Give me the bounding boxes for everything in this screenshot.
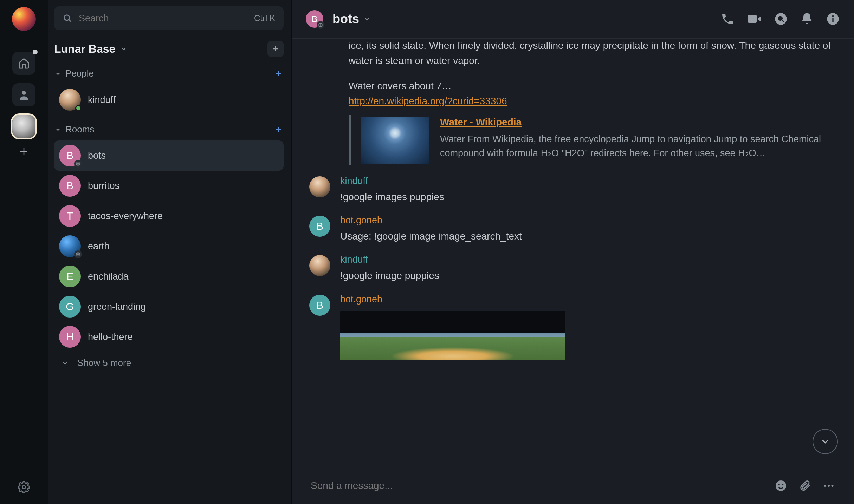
link-preview-image[interactable] <box>361 117 429 164</box>
room-title[interactable]: bots <box>332 12 370 26</box>
room-title-label: bots <box>332 12 359 26</box>
space-name-label: Lunar Base <box>54 42 115 55</box>
svg-point-2 <box>64 15 70 20</box>
message-body: !google images puppies <box>340 189 836 204</box>
plus-icon <box>19 146 29 157</box>
avatar <box>59 89 81 111</box>
message-sender[interactable]: kinduff <box>340 254 836 265</box>
add-person-button[interactable] <box>274 70 283 78</box>
dm-item-kinduff[interactable]: kinduff <box>54 85 284 115</box>
attach-button[interactable] <box>798 479 811 492</box>
room-item[interactable]: earth <box>54 231 284 261</box>
image-attachment[interactable] <box>340 311 565 360</box>
scroll-to-bottom-button[interactable] <box>813 429 838 454</box>
person-icon <box>18 89 30 101</box>
room-name-label: bots <box>88 150 106 161</box>
message-avatar[interactable] <box>309 176 330 197</box>
video-call-button[interactable] <box>746 11 762 27</box>
chevron-down-icon <box>55 71 61 77</box>
svg-point-14 <box>782 484 783 485</box>
room-item[interactable]: Eenchilada <box>54 261 284 292</box>
more-icon <box>822 479 835 492</box>
rooms-label: Rooms <box>65 124 94 135</box>
message-sender[interactable]: bot.goneb <box>340 215 836 226</box>
show-more-label: Show 5 more <box>77 358 131 368</box>
message-link[interactable]: http://en.wikipedia.org/?curid=33306 <box>349 96 507 106</box>
rail-add-space[interactable] <box>19 146 29 157</box>
room-item[interactable]: Ttacos-everywhere <box>54 201 284 231</box>
rail-settings[interactable] <box>18 481 30 493</box>
message-avatar[interactable]: B <box>309 295 330 316</box>
space-add-button[interactable] <box>267 41 284 57</box>
smile-icon <box>775 479 787 492</box>
rail-home-unread-dot <box>33 50 38 54</box>
voice-call-button[interactable] <box>720 11 735 27</box>
rooms-list: BbotsBburritosTtacos-everywhereearthEenc… <box>54 140 284 352</box>
room-item[interactable]: Ggreen-landing <box>54 292 284 322</box>
info-icon <box>826 12 840 26</box>
message: kinduff!google image puppies <box>309 254 836 283</box>
notifications-button[interactable] <box>800 11 814 27</box>
rail-space-lunar[interactable] <box>12 115 35 138</box>
gear-icon <box>18 481 30 493</box>
svg-point-13 <box>778 484 780 485</box>
room-avatar: B <box>59 145 81 166</box>
room-avatar: E <box>59 266 81 287</box>
room-header-actions <box>720 11 840 27</box>
room-item[interactable]: Hhello-there <box>54 322 284 352</box>
message-avatar[interactable] <box>309 255 330 276</box>
link-preview-description: Water From Wikipedia, the free encyclope… <box>440 132 836 161</box>
more-button[interactable] <box>822 479 835 492</box>
rail-home[interactable] <box>12 52 35 75</box>
message-avatar[interactable]: B <box>309 216 330 237</box>
search-bar[interactable]: Ctrl K <box>54 6 284 30</box>
rooms-show-more[interactable]: Show 5 more <box>54 354 284 372</box>
room-info-button[interactable] <box>826 11 840 27</box>
link-preview-title[interactable]: Water - Wikipedia <box>440 117 836 128</box>
globe-badge <box>317 21 324 29</box>
rail-people[interactable] <box>12 83 35 106</box>
rooms-section-header[interactable]: Rooms <box>54 122 284 137</box>
room-item[interactable]: Bbots <box>54 140 284 171</box>
message-sender[interactable]: bot.goneb <box>340 294 836 305</box>
message-body: ice, its solid state. When finely divide… <box>349 39 836 68</box>
room-name-label: earth <box>88 241 110 252</box>
svg-point-1 <box>22 486 26 489</box>
emoji-button[interactable] <box>775 479 787 492</box>
search-input[interactable] <box>79 13 254 24</box>
space-rail <box>0 0 48 504</box>
room-header: B bots <box>292 0 854 39</box>
room-item[interactable]: Bburritos <box>54 171 284 201</box>
room-avatar[interactable]: B <box>306 10 323 28</box>
space-name[interactable]: Lunar Base <box>54 42 127 55</box>
chevron-down-icon <box>363 15 370 22</box>
svg-point-8 <box>778 16 783 21</box>
rail-divider <box>13 43 34 43</box>
user-avatar[interactable] <box>12 7 36 31</box>
globe-badge <box>74 250 82 258</box>
messages-container: kinduff!google images puppiesBbot.gonebU… <box>309 176 836 360</box>
add-room-button[interactable] <box>274 125 283 134</box>
search-in-room-button[interactable] <box>774 11 788 27</box>
plus-icon <box>274 125 283 134</box>
room-avatar-letter: B <box>311 14 317 25</box>
room-avatar: T <box>59 205 81 227</box>
message-body: Water covers about 7… <box>349 78 836 93</box>
link-preview: Water - Wikipedia Water From Wikipedia, … <box>349 115 836 165</box>
message: Bbot.goneb <box>309 294 836 360</box>
message-timeline[interactable]: ice, its solid state. When finely divide… <box>292 39 854 467</box>
space-header: Lunar Base <box>54 41 284 57</box>
people-section-header[interactable]: People <box>54 66 284 81</box>
svg-point-17 <box>832 485 834 487</box>
room-avatar: H <box>59 326 81 348</box>
message: Bbot.gonebUsage: !google image image_sea… <box>309 215 836 244</box>
message-sender[interactable]: kinduff <box>340 176 836 186</box>
chevron-down-icon <box>820 436 830 447</box>
dm-name: kinduff <box>88 94 116 105</box>
composer-input[interactable] <box>311 480 765 491</box>
presence-dot <box>75 105 82 111</box>
bell-icon <box>800 12 814 26</box>
plus-icon <box>274 70 283 78</box>
svg-rect-10 <box>832 18 833 22</box>
search-icon <box>63 13 72 23</box>
